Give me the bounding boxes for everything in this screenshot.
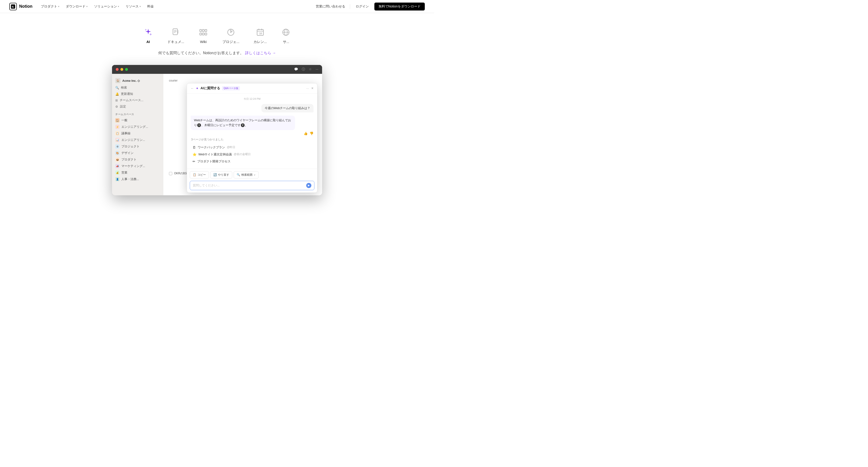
source-title: Webサイト週次定例会議: [198, 152, 232, 156]
refresh-icon: 🔄: [213, 173, 217, 176]
team-label: マーケティング...: [121, 164, 145, 168]
search-icon: 🔍: [115, 86, 119, 89]
contact-link[interactable]: 営業に問い合わせる: [313, 3, 348, 10]
feature-ai[interactable]: AI: [143, 27, 153, 44]
svg-rect-11: [205, 29, 207, 32]
more-options-icon[interactable]: ···: [315, 67, 318, 71]
nav-product[interactable]: プロダクト ▾: [38, 3, 62, 10]
ai-back-button[interactable]: ←: [191, 86, 194, 90]
sidebar-team-hr[interactable]: 👤 人事・法務...: [112, 176, 163, 182]
nav-pricing[interactable]: 料金: [145, 3, 157, 10]
thumbs-up-icon[interactable]: 👍: [304, 132, 308, 135]
nav-resources[interactable]: リソース ▾: [123, 3, 144, 10]
team-label: 営業: [121, 171, 127, 175]
thumbs-down-icon[interactable]: 👎: [309, 132, 313, 135]
project-icon: [226, 27, 236, 37]
team-icon: ⚙: [115, 144, 120, 149]
svg-rect-9: [200, 29, 202, 32]
source-badge-1: 1: [197, 123, 201, 127]
search-scope-button[interactable]: 🔍 検索範囲 ∨: [234, 171, 258, 178]
sidebar-team-project[interactable]: ⚙ プロジェクト: [112, 143, 163, 150]
team-icon: 📊: [115, 138, 120, 142]
sidebar-item-search[interactable]: 🔍 検索: [112, 85, 163, 91]
team-label: エンジニアリン...: [121, 138, 145, 142]
feature-calendar[interactable]: 10 カレン...: [253, 27, 267, 44]
navbar-logo[interactable]: N Notion: [9, 3, 32, 10]
ai-icon: [143, 27, 153, 37]
team-icon: 🏠: [115, 118, 120, 122]
traffic-light-green[interactable]: [125, 68, 128, 71]
feature-doc[interactable]: ドキュメ...: [167, 27, 184, 44]
ai-modal-footer: 📋 コピー 🔄 やり直す 🔍 検索範囲 ∨: [187, 169, 317, 193]
feature-wiki[interactable]: Wiki: [198, 27, 209, 44]
sparkle-icon: ✦: [196, 86, 198, 90]
info-icon[interactable]: ⓘ: [302, 67, 305, 71]
login-button[interactable]: ログイン: [352, 3, 372, 10]
calendar-icon: 10: [255, 27, 266, 37]
traffic-light-red[interactable]: [116, 68, 119, 71]
ai-more-icon[interactable]: ···: [306, 86, 309, 90]
sidebar-item-settings[interactable]: ⚙ 設定: [112, 104, 163, 110]
features-row: AI ドキュメ...: [143, 27, 291, 44]
sidebar-team-general[interactable]: 🏠 一般: [112, 117, 163, 124]
sidebar-team-minutes[interactable]: 📋 議事録: [112, 130, 163, 137]
ai-beta-badge: Q&A ベータ版: [222, 86, 240, 90]
sidebar-item-label: 設定: [120, 105, 126, 109]
workspace-header[interactable]: 🏠 Acme Inc. ◇: [112, 77, 163, 85]
window-titlebar: 💬 ⓘ ☆ ···: [112, 65, 322, 74]
svg-rect-12: [200, 33, 202, 35]
ai-modal-title: AIに質問する: [200, 86, 220, 90]
ai-timestamp: 今日 12:24 PM: [191, 97, 313, 101]
comment-icon[interactable]: 💬: [294, 67, 298, 71]
page-area: courier OKRの対応期限： @次の火曜日 🔄 ← ✦ AIに質問する Q…: [163, 74, 322, 195]
sidebar-team-eng2[interactable]: 📊 エンジニアリン...: [112, 137, 163, 143]
subtitle-link[interactable]: 詳しくはこちら →: [245, 51, 276, 56]
feature-project[interactable]: プロジェ...: [222, 27, 240, 44]
svg-rect-13: [203, 33, 204, 35]
subtitle-text: 何でも質問してください。Notionがお答えします。: [158, 51, 244, 56]
ai-actions-row: 📋 コピー 🔄 やり直す 🔍 検索範囲 ∨: [190, 171, 314, 178]
svg-point-16: [230, 32, 231, 33]
nav-solutions[interactable]: ソリューション ▾: [91, 3, 122, 10]
subtitle-row: 何でも質問してください。Notionがお答えします。 詳しくはこちら →: [158, 51, 276, 56]
feature-calendar-label: カレン...: [253, 40, 267, 44]
team-icon: 📣: [115, 164, 120, 168]
main-content: AI ドキュメ...: [0, 13, 434, 205]
feature-project-label: プロジェ...: [222, 40, 240, 44]
sidebar-team-engineering[interactable]: ⚡ エンジニアリング...: [112, 124, 163, 130]
sidebar-item-teamspace[interactable]: ⊞ チームスペース...: [112, 97, 163, 104]
sidebar-team-design[interactable]: 🎨 デザイン: [112, 150, 163, 156]
feature-site-label: サ...: [283, 40, 289, 44]
navbar-right: 営業に問い合わせる ログイン 無料でNotionをダウンロード: [313, 3, 425, 10]
ai-source-workback[interactable]: 🗓 ワークバックプラン @昨日: [191, 144, 313, 151]
sidebar-team-sales[interactable]: 💰 営業: [112, 169, 163, 176]
ai-send-button[interactable]: ▶: [306, 183, 311, 188]
ai-source-meeting[interactable]: ⭐ Webサイト週次定例会議 @前の金曜日: [191, 151, 313, 158]
chevron-down-icon: ▾: [118, 5, 119, 8]
sidebar-item-label: チームスペース...: [120, 98, 143, 102]
copy-button[interactable]: 📋 コピー: [190, 171, 209, 178]
gear-icon: ⚙: [115, 105, 118, 108]
svg-text:N: N: [12, 5, 14, 8]
search-icon: 🔍: [237, 173, 240, 176]
nav-download[interactable]: ダウンロード ▾: [63, 3, 90, 10]
process-icon: ✏: [192, 159, 195, 163]
ai-user-bubble: 今週のWebチームの取り組みは？: [191, 104, 313, 112]
retry-button[interactable]: 🔄 やり直す: [210, 171, 232, 178]
bell-icon: 🔔: [115, 92, 119, 96]
feature-site[interactable]: サ...: [281, 27, 291, 44]
okr-checkbox[interactable]: [169, 172, 172, 175]
ai-question-input[interactable]: [193, 184, 306, 187]
sidebar-team-product[interactable]: 📦 プロダクト: [112, 156, 163, 163]
meeting-icon: ⭐: [192, 152, 196, 156]
star-icon[interactable]: ☆: [309, 67, 312, 71]
notion-logo-icon: N: [9, 3, 17, 10]
traffic-light-yellow[interactable]: [120, 68, 123, 71]
sidebar-item-updates[interactable]: 🔔 更新通知: [112, 91, 163, 97]
ai-source-process[interactable]: ✏ プロダクト開発プロセス: [191, 158, 313, 165]
download-cta-button[interactable]: 無料でNotionをダウンロード: [374, 3, 425, 10]
sidebar-team-marketing[interactable]: 📣 マーケティング...: [112, 163, 163, 169]
team-icon: 📋: [115, 131, 120, 136]
copy-icon: 📋: [193, 173, 196, 176]
ai-close-button[interactable]: ×: [311, 86, 313, 90]
